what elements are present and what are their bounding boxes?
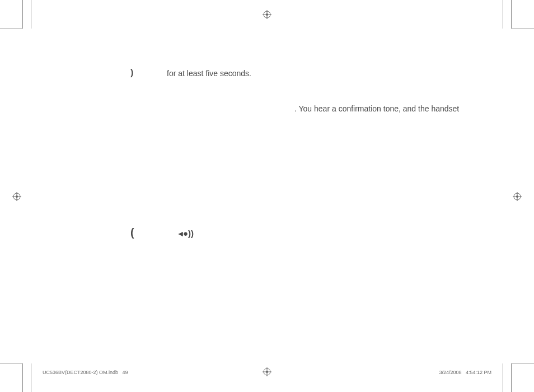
crop-mark xyxy=(503,0,503,29)
svg-point-3 xyxy=(266,13,268,16)
crop-mark xyxy=(0,29,22,29)
crop-mark xyxy=(511,0,512,29)
registration-mark-icon xyxy=(263,367,271,376)
body-text: . You hear a confirmation tone, and the … xyxy=(294,104,459,113)
crop-mark xyxy=(503,363,503,392)
svg-point-11 xyxy=(16,195,18,198)
crop-mark xyxy=(22,363,23,392)
registration-mark-icon xyxy=(12,192,21,201)
page-number: 49 xyxy=(123,370,128,375)
phone-icon: ( xyxy=(130,226,134,239)
registration-mark-icon xyxy=(513,192,522,201)
svg-point-7 xyxy=(266,371,268,373)
speaker-icon: ◂●)) xyxy=(179,228,194,239)
filename-text: UC536BV(DECT2080-2) OM.indb xyxy=(43,370,118,375)
footer-filename: UC536BV(DECT2080-2) OM.indb 49 xyxy=(43,370,128,375)
registration-mark-icon xyxy=(263,10,271,19)
crop-mark xyxy=(512,29,534,29)
crop-mark xyxy=(31,363,31,392)
crop-mark xyxy=(512,363,534,363)
phone-icon: ) xyxy=(130,68,133,78)
crop-mark xyxy=(511,363,512,392)
crop-mark xyxy=(22,0,23,29)
crop-mark xyxy=(31,0,31,29)
svg-point-15 xyxy=(516,195,518,198)
date-text: 3/24/2008 xyxy=(439,370,461,375)
footer-timestamp: 3/24/2008 4:54:12 PM xyxy=(439,370,491,375)
time-text: 4:54:12 PM xyxy=(466,370,491,375)
crop-mark xyxy=(0,363,22,363)
body-text: for at least five seconds. xyxy=(167,69,251,78)
